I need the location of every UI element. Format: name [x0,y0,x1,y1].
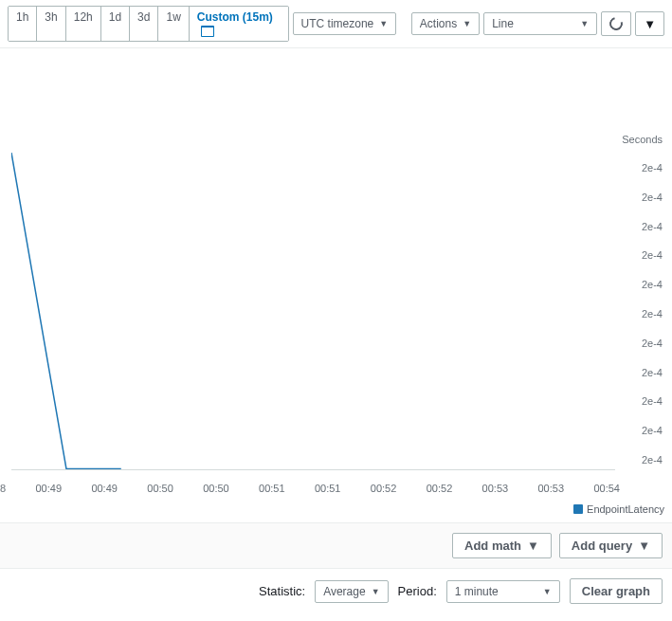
chevron-down-icon: ▼ [580,19,589,28]
clear-graph-label: Clear graph [582,584,650,598]
line-chart-svg [11,153,615,470]
chevron-down-icon: ▼ [644,17,656,31]
range-1w[interactable]: 1w [158,7,189,41]
chevron-down-icon: ▼ [463,19,471,28]
y-tick: 2e-4 [642,454,663,466]
range-3h[interactable]: 3h [37,7,65,41]
chevron-down-icon: ▼ [527,539,539,553]
period-value: 1 minute [455,585,499,598]
refresh-options-dropdown[interactable]: ▼ [635,11,664,36]
chevron-down-icon: ▼ [543,587,552,596]
y-tick: 2e-4 [642,192,663,203]
chevron-down-icon: ▼ [379,19,388,28]
x-tick: 00:52 [371,483,397,494]
actions-dropdown[interactable]: Actions ▼ [411,12,480,35]
statistic-dropdown[interactable]: Average ▼ [315,580,388,603]
x-tick: 00:50 [147,483,173,494]
chevron-down-icon: ▼ [638,539,650,553]
period-label: Period: [398,584,437,598]
x-tick: 00:53 [482,483,509,494]
add-query-button[interactable]: Add query ▼ [559,533,663,558]
statistic-label: Statistic: [259,584,305,598]
range-1d[interactable]: 1d [101,7,130,41]
x-tick: 00:51 [315,483,341,494]
range-12h[interactable]: 12h [66,7,101,41]
clear-graph-button[interactable]: Clear graph [570,578,663,604]
x-tick: 00:49 [91,483,118,494]
y-axis-ticks: 2e-4 2e-4 2e-4 2e-4 2e-4 2e-4 2e-4 2e-4 … [642,162,663,466]
x-axis-ticks: 8 00:49 00:49 00:50 00:50 00:51 00:51 00… [0,483,620,494]
x-tick: 00:52 [427,483,453,494]
x-tick: 00:53 [538,483,565,494]
y-tick: 2e-4 [642,162,663,174]
range-custom-label: Custom (15m) [197,10,273,24]
time-range-toolbar: 1h 3h 12h 1d 3d 1w Custom (15m) UTC time… [0,0,672,48]
chart-type-label: Line [492,17,514,30]
y-tick: 2e-4 [642,425,663,436]
y-tick: 2e-4 [642,395,663,407]
chart-type-dropdown[interactable]: Line ▼ [483,12,597,35]
time-range-presets: 1h 3h 12h 1d 3d 1w Custom (15m) [8,6,289,42]
x-tick: 00:54 [593,483,620,494]
range-1h[interactable]: 1h [9,7,37,41]
refresh-icon [608,14,626,32]
period-dropdown[interactable]: 1 minute ▼ [446,580,560,603]
y-tick: 2e-4 [642,221,663,232]
chart-plot[interactable] [11,153,615,470]
range-custom[interactable]: Custom (15m) [190,7,288,41]
refresh-button[interactable] [601,11,631,36]
statistics-row: Statistic: Average ▼ Period: 1 minute ▼ … [0,568,672,613]
timezone-dropdown[interactable]: UTC timezone ▼ [293,12,397,35]
chart-legend: EndpointLatency [573,503,664,515]
x-tick: 00:50 [203,483,229,494]
legend-label: EndpointLatency [587,503,664,515]
y-tick: 2e-4 [642,249,663,261]
y-tick: 2e-4 [642,338,663,349]
chart-actions-row: Add math ▼ Add query ▼ [0,522,672,568]
statistic-value: Average [323,585,365,598]
timezone-label: UTC timezone [301,17,374,30]
calendar-icon [201,26,214,37]
legend-swatch [573,504,583,514]
actions-label: Actions [420,17,457,30]
y-tick: 2e-4 [642,279,663,290]
series-line [11,153,121,468]
chevron-down-icon: ▼ [372,587,380,596]
x-tick: 00:51 [259,483,285,494]
y-tick: 2e-4 [642,367,663,378]
add-query-label: Add query [572,539,632,553]
y-tick: 2e-4 [642,308,663,320]
add-math-label: Add math [464,539,521,553]
x-tick: 8 [0,483,6,494]
range-3d[interactable]: 3d [130,7,158,41]
y-axis-unit: Seconds [622,134,663,145]
add-math-button[interactable]: Add math ▼ [452,533,552,558]
x-tick: 00:49 [35,483,62,494]
chart-area: Seconds 2e-4 2e-4 2e-4 2e-4 2e-4 2e-4 2e… [0,48,672,522]
